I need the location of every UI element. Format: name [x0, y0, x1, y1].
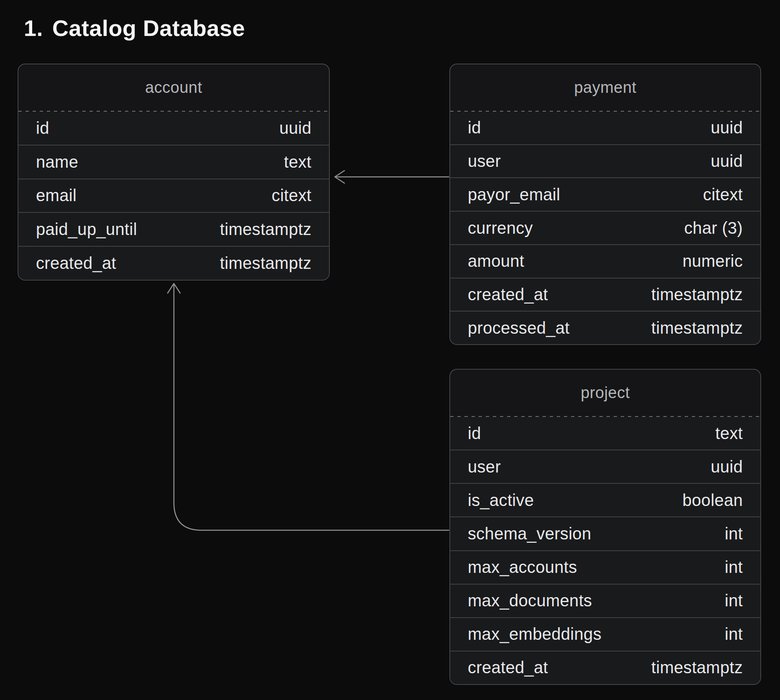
column-type: uuid [711, 457, 743, 476]
table-row-account-name: nametext [18, 145, 329, 179]
table-row-payment-user: useruuid [450, 144, 760, 178]
table-row-project-max_accounts: max_accountsint [450, 550, 760, 584]
column-type: text [715, 424, 743, 443]
column-name: currency [468, 219, 533, 238]
column-type: uuid [711, 118, 743, 137]
column-name: is_active [468, 491, 534, 510]
table-row-project-created_at: created_attimestamptz [450, 651, 760, 684]
column-name: name [36, 153, 78, 171]
table-row-project-is_active: is_activeboolean [450, 483, 760, 516]
table-project[interactable]: project idtextuseruuidis_activebooleansc… [449, 369, 761, 685]
column-name: id [468, 118, 481, 137]
table-payment-header: payment [450, 64, 760, 111]
table-row-project-user: useruuid [450, 450, 760, 483]
page-title-text: Catalog Database [52, 15, 245, 41]
relation-arrow-payment-account [335, 171, 449, 183]
table-row-payment-currency: currencychar (3) [450, 211, 760, 244]
table-payment-rows: iduuiduseruuidpayor_emailcitextcurrencyc… [450, 112, 760, 344]
column-type: int [725, 558, 743, 577]
table-payment[interactable]: payment iduuiduseruuidpayor_emailcitextc… [449, 64, 761, 345]
arrowhead-up-icon [168, 284, 180, 293]
column-type: int [725, 591, 743, 610]
column-name: user [468, 152, 501, 171]
column-name: max_documents [468, 591, 592, 610]
column-name: paid_up_until [36, 220, 137, 239]
column-name: email [36, 186, 76, 205]
table-account-rows: iduuidnametextemailcitextpaid_up_untilti… [18, 112, 329, 280]
table-row-payment-amount: amountnumeric [450, 244, 760, 278]
column-type: uuid [279, 119, 311, 138]
table-row-payment-id: iduuid [450, 112, 760, 144]
column-type: char (3) [684, 219, 743, 238]
column-type: uuid [711, 152, 743, 171]
table-name-label: account [145, 79, 202, 97]
column-name: user [468, 457, 501, 476]
table-account[interactable]: account iduuidnametextemailcitextpaid_up… [18, 64, 330, 281]
table-row-project-id: idtext [450, 417, 760, 450]
table-project-header: project [450, 370, 760, 416]
column-type: timestamptz [651, 658, 743, 677]
table-name-label: project [581, 384, 630, 402]
column-type: timestamptz [220, 254, 311, 273]
column-name: id [36, 119, 49, 138]
column-name: payor_email [468, 185, 560, 204]
column-name: created_at [36, 254, 116, 273]
column-name: max_embeddings [468, 625, 602, 644]
column-name: created_at [468, 285, 548, 304]
table-row-account-id: iduuid [18, 112, 329, 145]
table-row-project-max_embeddings: max_embeddingsint [450, 617, 760, 651]
column-type: timestamptz [651, 319, 743, 337]
table-row-payment-created_at: created_attimestamptz [450, 278, 760, 311]
column-type: text [284, 153, 311, 171]
table-row-account-paid_up_until: paid_up_untiltimestamptz [18, 212, 329, 246]
table-name-label: payment [574, 79, 636, 97]
table-row-payment-payor_email: payor_emailcitext [450, 177, 760, 211]
relation-arrow-project-account [168, 284, 449, 530]
column-name: max_accounts [468, 558, 577, 577]
column-type: citext [272, 186, 311, 205]
column-type: int [725, 524, 743, 543]
column-type: int [725, 625, 743, 644]
column-type: boolean [683, 491, 743, 510]
column-type: numeric [683, 252, 743, 271]
column-name: processed_at [468, 319, 570, 337]
column-name: amount [468, 252, 524, 271]
table-row-project-schema_version: schema_versionint [450, 516, 760, 550]
arrowhead-left-icon [335, 171, 344, 183]
table-project-rows: idtextuseruuidis_activebooleanschema_ver… [450, 417, 760, 684]
column-name: schema_version [468, 524, 591, 543]
table-row-project-max_documents: max_documentsint [450, 584, 760, 617]
table-row-payment-processed_at: processed_attimestamptz [450, 311, 760, 344]
column-type: citext [703, 185, 743, 204]
column-name: id [468, 424, 481, 443]
column-name: created_at [468, 658, 548, 677]
column-type: timestamptz [220, 220, 311, 239]
table-row-account-email: emailcitext [18, 179, 329, 212]
table-row-account-created_at: created_attimestamptz [18, 246, 329, 280]
page-title-number: 1. [24, 15, 43, 41]
table-account-header: account [18, 64, 329, 111]
column-type: timestamptz [651, 285, 743, 304]
page-title: 1. Catalog Database [24, 15, 245, 41]
